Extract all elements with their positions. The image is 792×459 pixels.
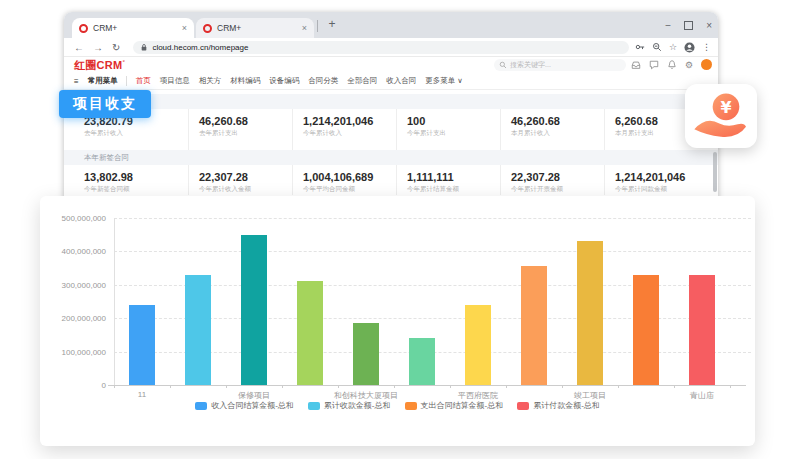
browser-toolbar: ← → ↻ cloud.hecom.cn/homepage ☆ — [64, 38, 718, 57]
nav-item[interactable]: 项目信息 — [160, 76, 190, 86]
stat-value: 100 — [407, 115, 500, 127]
bar[interactable] — [689, 275, 715, 385]
legend-label: 支出合同结算金额-总和 — [421, 400, 504, 411]
legend-label: 累计收款金额-总和 — [324, 400, 391, 411]
site-header: 红圈CRM° 搜索关键字... ⚙ — [64, 57, 718, 73]
stat-label: 今年累计收入 — [303, 129, 396, 138]
header-icons: ⚙ — [631, 59, 712, 70]
nav-item[interactable]: 相关方 — [199, 76, 222, 86]
menu-dots-icon[interactable]: ⋮ — [702, 42, 711, 52]
y-axis-tick-label: 500,000,000 — [44, 214, 106, 223]
x-axis-tick — [674, 385, 675, 388]
legend-label: 累计付款金额-总和 — [533, 400, 600, 411]
stat-label: 去年累计支出 — [199, 129, 292, 138]
chart-card: 0100,000,000200,000,000300,000,000400,00… — [40, 196, 755, 446]
close-window-button[interactable]: × — [706, 20, 712, 31]
x-axis-tick — [506, 385, 507, 388]
x-axis-category-label: 11 — [82, 390, 202, 399]
legend-label: 收入合同结算金额-总和 — [211, 400, 294, 411]
stat-value: 46,260.68 — [199, 115, 292, 127]
money-icon-card[interactable]: ¥ — [685, 84, 757, 148]
bar[interactable] — [241, 235, 267, 385]
section-title-badge: 项目收支 — [59, 90, 151, 118]
bar[interactable] — [409, 338, 435, 385]
stat-value: 46,260.68 — [511, 115, 604, 127]
hamburger-menu-icon[interactable]: ≡ — [74, 77, 79, 86]
x-axis-tick — [170, 385, 171, 388]
reload-icon[interactable]: ↻ — [112, 42, 120, 53]
yen-symbol: ¥ — [720, 98, 731, 117]
logo-degree-mark: ° — [123, 59, 126, 65]
site-nav: ≡ 常用菜单首页项目信息相关方材料编码设备编码合同分类全部合同收入合同更多菜单 … — [64, 73, 718, 90]
browser-tab-1[interactable]: CRM+ × — [72, 18, 194, 38]
address-bar[interactable]: cloud.hecom.cn/homepage — [133, 41, 629, 54]
search-placeholder: 搜索关键字... — [510, 60, 551, 70]
bar[interactable] — [297, 281, 323, 385]
stats-row-2: 13,802.98今年新签合同额22,307.28今年累计收入金额1,004,1… — [64, 165, 718, 195]
bar[interactable] — [185, 275, 211, 385]
maximize-button[interactable] — [684, 21, 693, 30]
legend-item[interactable]: 累计付款金额-总和 — [517, 400, 600, 411]
bar[interactable] — [465, 305, 491, 385]
browser-tab-strip: CRM+ × CRM+ × + − × — [64, 12, 718, 38]
browser-tab-2[interactable]: CRM+ × — [196, 18, 314, 38]
zoom-icon[interactable] — [652, 42, 662, 52]
window-controls: − × — [665, 12, 712, 38]
search-input[interactable]: 搜索关键字... — [494, 59, 626, 71]
nav-item[interactable]: 首页 — [136, 76, 151, 86]
tab-title: CRM+ — [93, 23, 177, 33]
back-icon[interactable]: ← — [74, 42, 84, 53]
star-icon[interactable]: ☆ — [669, 42, 677, 52]
bar[interactable] — [633, 275, 659, 385]
user-avatar[interactable] — [701, 59, 712, 70]
bar[interactable] — [353, 323, 379, 385]
chat-icon[interactable] — [649, 60, 659, 70]
stat-cell: 46,260.68去年累计支出 — [188, 109, 292, 150]
nav-item[interactable]: 常用菜单 — [88, 76, 127, 86]
nav-item[interactable]: 材料编码 — [230, 76, 260, 86]
x-axis-tick — [450, 385, 451, 388]
bar[interactable] — [521, 266, 547, 385]
stat-value: 22,307.28 — [511, 171, 604, 183]
legend-chip — [308, 402, 320, 410]
stat-cell: 13,802.98今年新签合同额 — [84, 165, 188, 195]
x-axis-tick — [730, 385, 731, 388]
key-icon[interactable] — [635, 42, 645, 52]
legend-item[interactable]: 支出合同结算金额-总和 — [405, 400, 504, 411]
legend-item[interactable]: 收入合同结算金额-总和 — [195, 400, 294, 411]
nav-item[interactable]: 设备编码 — [269, 76, 299, 86]
tab-close-icon[interactable]: × — [302, 23, 307, 33]
stat-label: 今年新签合同额 — [84, 185, 188, 194]
stat-label: 今年累计回款金额 — [615, 185, 708, 194]
x-axis-tick — [394, 385, 395, 388]
forward-icon[interactable]: → — [93, 42, 103, 53]
x-axis-tick — [338, 385, 339, 388]
gear-icon[interactable]: ⚙ — [685, 60, 693, 70]
legend-chip — [405, 402, 417, 410]
avatar-icon[interactable] — [684, 42, 695, 53]
bell-icon[interactable] — [667, 60, 677, 70]
stat-value: 1,004,106,689 — [303, 171, 396, 183]
url-text[interactable]: cloud.hecom.cn/homepage — [152, 43, 248, 52]
stat-cell: 46,260.68本月累计收入 — [500, 109, 604, 150]
x-axis-tick — [226, 385, 227, 388]
bar[interactable] — [577, 241, 603, 385]
gridline — [114, 218, 751, 219]
legend-item[interactable]: 累计收款金额-总和 — [308, 400, 391, 411]
stat-cell: 22,307.28今年累计收入金额 — [188, 165, 292, 195]
tab-title: CRM+ — [217, 23, 297, 33]
nav-item[interactable]: 更多菜单 ∨ — [425, 76, 463, 86]
nav-item[interactable]: 收入合同 — [386, 76, 416, 86]
x-axis-tick — [114, 385, 115, 388]
nav-item[interactable]: 合同分类 — [308, 76, 338, 86]
toolbar-right-icons: ☆ ⋮ — [635, 42, 718, 53]
minimize-button[interactable]: − — [665, 20, 671, 31]
nav-item[interactable]: 全部合同 — [347, 76, 377, 86]
tab-close-icon[interactable]: × — [182, 23, 187, 33]
inbox-icon[interactable] — [631, 60, 641, 70]
bar[interactable] — [129, 305, 155, 385]
page-scrollbar[interactable] — [713, 152, 717, 192]
site-logo[interactable]: 红圈CRM° — [74, 58, 125, 73]
new-tab-button[interactable]: + — [324, 17, 340, 33]
section-band-2: 本年新签合同 — [64, 150, 718, 165]
